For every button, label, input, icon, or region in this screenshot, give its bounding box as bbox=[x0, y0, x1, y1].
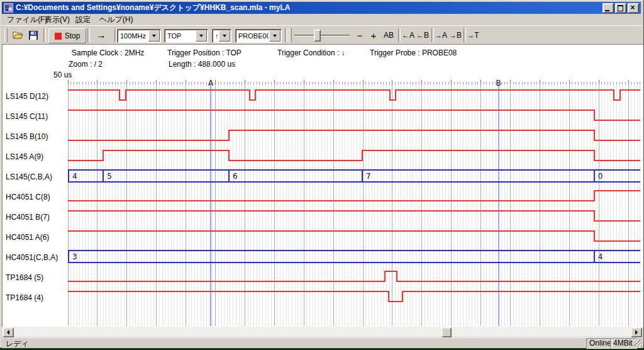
time-per-div-label: 50 us bbox=[53, 71, 72, 79]
status-message: レディ bbox=[6, 339, 29, 349]
minimize-button[interactable] bbox=[602, 3, 614, 13]
toolbar-grip[interactable] bbox=[289, 28, 292, 42]
zoom-out-button[interactable]: − bbox=[354, 28, 365, 42]
trigger-edge-value: ↑ bbox=[213, 32, 218, 40]
title-bar[interactable]: C:¥Documents and Settings¥noname¥デスクトップ¥… bbox=[2, 2, 641, 14]
info-trigger-probe: Trigger Probe : PROBE08 bbox=[370, 48, 457, 57]
close-button[interactable]: × bbox=[628, 3, 639, 13]
timing-diagram[interactable]: AB4567034 bbox=[68, 80, 640, 326]
menu-help[interactable]: ヘルプ(H) bbox=[99, 14, 133, 25]
channel-label: LS145 D(12) bbox=[6, 91, 48, 101]
resize-grip-icon[interactable] bbox=[634, 339, 642, 347]
minimize-icon bbox=[605, 10, 609, 11]
scrollbar-thumb[interactable] bbox=[441, 327, 452, 337]
bus-value: 4 bbox=[72, 172, 77, 181]
chevron-down-icon[interactable] bbox=[196, 30, 207, 42]
menu-settings[interactable]: 設定 bbox=[75, 14, 91, 25]
window-title: C:¥Documents and Settings¥noname¥デスクトップ¥… bbox=[16, 3, 290, 13]
chevron-down-icon[interactable] bbox=[148, 30, 160, 42]
horizontal-scrollbar[interactable] bbox=[2, 327, 643, 337]
bus-value: 5 bbox=[107, 172, 112, 181]
status-bar: レディ Online 4MBit bbox=[2, 337, 643, 348]
app-icon bbox=[4, 3, 13, 13]
probe-select[interactable]: PROBE00 bbox=[235, 29, 282, 43]
channel-label: HC4051(C,B,A) bbox=[6, 252, 58, 262]
info-zoom: Zoom : / 2 bbox=[69, 60, 103, 69]
stop-button[interactable]: Stop bbox=[48, 28, 86, 43]
toolbar-separator bbox=[285, 28, 287, 42]
maximize-button[interactable] bbox=[615, 3, 626, 13]
waveform-view: Sample Clock : 2MHz Trigger Position : T… bbox=[2, 44, 643, 327]
chevron-down-icon[interactable] bbox=[269, 30, 280, 42]
channel-label: LS145 A(9) bbox=[6, 152, 43, 162]
grid-minor bbox=[68, 84, 640, 326]
bus-value: 6 bbox=[233, 172, 238, 181]
open-file-button[interactable] bbox=[10, 28, 25, 42]
save-floppy-icon bbox=[29, 31, 38, 40]
zoom-slider-thumb[interactable] bbox=[314, 30, 321, 42]
bus-value: 0 bbox=[598, 172, 603, 181]
toolbar-separator bbox=[398, 28, 401, 42]
toolbar-grip[interactable] bbox=[4, 28, 8, 42]
menu-file[interactable]: ファイル(F) bbox=[7, 14, 47, 25]
chevron-down-icon[interactable] bbox=[219, 30, 230, 42]
trigger-position-select[interactable]: TOP bbox=[164, 29, 208, 43]
scroll-right-button[interactable] bbox=[631, 327, 642, 337]
status-online: Online bbox=[586, 338, 613, 349]
scroll-left-button[interactable] bbox=[3, 327, 14, 337]
channel-label: TP1684 (5) bbox=[6, 273, 43, 283]
menu-view[interactable]: 表示(V) bbox=[45, 14, 70, 25]
run-arrow-icon: → bbox=[96, 30, 106, 41]
channel-label: LS145 B(10) bbox=[6, 132, 48, 142]
info-length: Length : 488.000 us bbox=[169, 60, 235, 69]
toolbar: Stop → 100MHz TOP ↑ PROBE00 − + AB bbox=[2, 25, 643, 45]
scroll-right-arrow-icon bbox=[635, 330, 638, 335]
menu-bar: ファイル(F) 表示(V) 設定 ヘルプ(H) bbox=[2, 14, 641, 25]
zoom-ab-button[interactable]: AB bbox=[382, 28, 396, 42]
ruler-ticks-minor bbox=[68, 82, 640, 84]
info-trigger-position: Trigger Position : TOP bbox=[167, 48, 242, 57]
channel-label: LS145 C(11) bbox=[6, 111, 48, 121]
info-sample-clock: Sample Clock : 2MHz bbox=[72, 48, 144, 57]
stop-label: Stop bbox=[65, 31, 80, 40]
goto-a-left-button[interactable]: ←A bbox=[401, 28, 415, 42]
goto-b-left-button[interactable]: ←B bbox=[416, 28, 430, 42]
app-window: C:¥Documents and Settings¥noname¥デスクトップ¥… bbox=[0, 0, 644, 348]
channel-label: LS145(C,B,A) bbox=[6, 172, 52, 182]
goto-a-right-button[interactable]: →A bbox=[434, 28, 448, 42]
goto-b-right-button[interactable]: →B bbox=[448, 28, 462, 42]
marker-label-B: B bbox=[496, 80, 501, 88]
close-icon: × bbox=[628, 3, 637, 13]
save-button[interactable] bbox=[26, 28, 41, 42]
channel-label: HC4051 A(6) bbox=[6, 232, 49, 242]
toolbar-separator bbox=[43, 28, 46, 42]
sample-clock-value: 100MHz bbox=[118, 32, 148, 40]
channel-label: HC4051 C(8) bbox=[6, 192, 50, 202]
bus-value: 3 bbox=[72, 252, 77, 261]
trigger-position-value: TOP bbox=[165, 32, 195, 40]
channel-label: TP1684 (4) bbox=[6, 293, 43, 303]
probe-value: PROBE00 bbox=[236, 32, 269, 40]
goto-trigger-button[interactable]: →T bbox=[466, 28, 480, 42]
run-button[interactable]: → bbox=[90, 28, 113, 42]
status-memory: 4MBit bbox=[610, 338, 637, 349]
trigger-edge-select[interactable]: ↑ bbox=[212, 29, 231, 43]
marker-label-A: A bbox=[208, 80, 214, 88]
zoom-slider-track[interactable] bbox=[294, 35, 350, 37]
open-folder-icon bbox=[13, 31, 23, 40]
channel-label: HC4051 B(7) bbox=[6, 212, 50, 222]
stop-icon bbox=[55, 33, 62, 40]
sample-clock-select[interactable]: 100MHz bbox=[117, 29, 161, 43]
bus-value: 4 bbox=[598, 252, 603, 261]
bus-value: 7 bbox=[366, 172, 371, 181]
info-trigger-condition: Trigger Condition : ↓ bbox=[277, 48, 345, 57]
scroll-left-arrow-icon bbox=[7, 330, 9, 335]
maximize-icon bbox=[618, 5, 623, 11]
zoom-in-button[interactable]: + bbox=[368, 28, 379, 42]
